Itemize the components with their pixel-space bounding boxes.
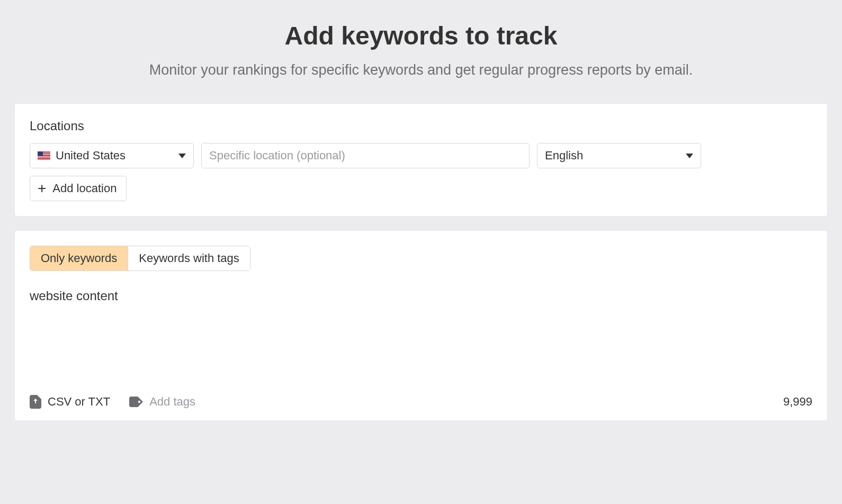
locations-row: United States English — [30, 143, 812, 168]
keywords-footer-left: CSV or TXT Add tags — [30, 395, 195, 409]
country-select[interactable]: United States — [30, 143, 194, 168]
us-flag-icon — [38, 151, 50, 160]
upload-file-label: CSV or TXT — [48, 395, 110, 409]
plus-icon: + — [38, 181, 46, 196]
add-tags-label: Add tags — [149, 395, 195, 409]
svg-point-0 — [138, 401, 140, 403]
specific-location-input[interactable] — [201, 143, 530, 168]
tab-only-keywords[interactable]: Only keywords — [30, 246, 128, 271]
locations-label: Locations — [30, 119, 812, 133]
page-subtitle: Monitor your rankings for specific keywo… — [15, 62, 827, 78]
language-select[interactable]: English — [537, 143, 701, 168]
upload-file-button[interactable]: CSV or TXT — [30, 395, 110, 409]
keywords-textarea[interactable] — [30, 287, 812, 388]
tab-keywords-with-tags[interactable]: Keywords with tags — [128, 246, 250, 271]
page-root: Add keywords to track Monitor your ranki… — [0, 0, 842, 450]
language-select-value: English — [545, 149, 583, 163]
page-title: Add keywords to track — [15, 21, 827, 50]
keywords-footer: CSV or TXT Add tags 9,999 — [30, 395, 812, 409]
tag-icon — [129, 397, 143, 407]
chevron-down-icon — [686, 154, 693, 158]
add-location-button[interactable]: + Add location — [30, 176, 127, 201]
keywords-mode-segmented: Only keywords Keywords with tags — [30, 246, 250, 271]
chevron-down-icon — [178, 154, 186, 158]
country-select-value: United States — [56, 149, 126, 163]
locations-card: Locations United States English + Add lo… — [15, 104, 827, 216]
add-location-label: Add location — [52, 182, 117, 195]
add-tags-button[interactable]: Add tags — [129, 395, 195, 409]
upload-file-icon — [30, 395, 41, 409]
keywords-card: Only keywords Keywords with tags CSV or … — [15, 231, 827, 420]
header-block: Add keywords to track Monitor your ranki… — [15, 21, 827, 78]
keywords-remaining-counter: 9,999 — [783, 395, 812, 409]
